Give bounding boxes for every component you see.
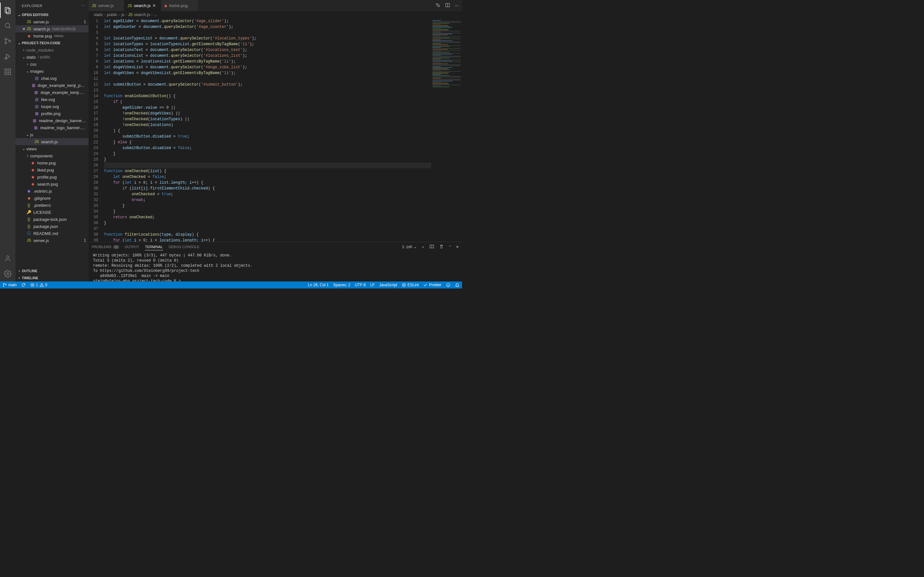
editor-body[interactable]: 1234567891011121314151617181920212223242… — [89, 18, 462, 242]
json-file-icon: {} — [26, 217, 31, 221]
panel-tab-output[interactable]: OUTPUT — [125, 245, 139, 249]
split-terminal-icon[interactable] — [429, 244, 435, 250]
new-terminal-icon[interactable]: ＋ — [421, 245, 425, 250]
search-icon[interactable] — [0, 18, 15, 33]
chevron-icon: › — [25, 62, 30, 66]
status-eol[interactable]: LF — [370, 283, 375, 287]
status-encoding[interactable]: UTF-8 — [355, 283, 366, 287]
activity-bar — [0, 0, 15, 282]
breadcrumbs[interactable]: static› public› js› JS search.js› ... — [89, 11, 462, 18]
tree-item[interactable]: JSserver.js1 — [15, 237, 89, 244]
pug-file-icon: ◆ — [30, 182, 35, 186]
pug-file-icon: ◆ — [30, 168, 35, 172]
settings-gear-icon[interactable] — [0, 266, 15, 282]
outline-header[interactable]: › OUTLINE — [15, 268, 89, 274]
tree-label: doge_example_kenji_profile.... — [37, 83, 86, 88]
status-branch[interactable]: main — [3, 283, 17, 287]
chevron-down-icon: ⌄ — [414, 245, 417, 249]
tab-more-icon[interactable]: ⋯ — [455, 3, 459, 8]
tree-item[interactable]: ◆home.pug — [15, 159, 89, 166]
panel-tab-problems[interactable]: PROBLEMS 1 — [92, 245, 119, 249]
lic-file-icon: 🔑 — [26, 210, 31, 214]
editor-tab[interactable]: JSserver.js✕ — [89, 0, 124, 11]
editor-tabs: JSserver.js✕JSsearch.js✕◆home.pug✕ ⋯ — [89, 0, 462, 11]
explorer-icon[interactable] — [0, 3, 15, 18]
tree-item[interactable]: {}package.json — [15, 223, 89, 230]
status-spaces[interactable]: Spaces: 2 — [333, 283, 351, 287]
tree-label: package-lock.json — [33, 217, 67, 222]
chevron-icon: ⌄ — [21, 55, 26, 59]
tree-label: liked.pug — [37, 168, 54, 172]
terminal-selector[interactable]: 1: zsh ⌄ — [402, 245, 417, 249]
tree-item[interactable]: ◉.eslintrc.js — [15, 187, 89, 195]
project-header[interactable]: ⌄ PROJECT-TECH-CODE — [15, 39, 89, 47]
source-control-icon[interactable] — [0, 33, 15, 49]
tree-item[interactable]: ›components — [15, 152, 89, 159]
open-editor-item[interactable]: JSserver.js1 — [15, 18, 89, 25]
open-editors-header[interactable]: ⌄ OPEN EDITORS — [15, 11, 89, 18]
tree-item[interactable]: ▦readme_logo_banner.png — [15, 124, 89, 131]
split-editor-icon[interactable] — [445, 3, 450, 9]
minimap[interactable] — [431, 18, 462, 242]
open-editor-item[interactable]: ◆home.pugviews — [15, 32, 89, 39]
tree-item[interactable]: ▦doge_example_kenji.png — [15, 89, 89, 96]
status-bell-icon[interactable] — [455, 283, 459, 287]
tree-item[interactable]: {}package-lock.json — [15, 216, 89, 223]
open-editor-item[interactable]: ✕JSsearch.jsstatic/public/js — [15, 25, 89, 32]
tree-item[interactable]: ⌄images — [15, 68, 89, 75]
tree-item[interactable]: ◆.gitignore — [15, 195, 89, 201]
panel-maximize-icon[interactable]: ⌃ — [449, 245, 451, 249]
close-icon[interactable]: ✕ — [152, 3, 158, 8]
tree-label: README.md — [33, 231, 58, 236]
status-problems[interactable]: 1 0 — [30, 283, 47, 287]
tree-item[interactable]: ▧loupe.svg — [15, 103, 89, 110]
tree-item[interactable]: ▧chat.svg — [15, 75, 89, 82]
tree-item[interactable]: ⌄js — [15, 131, 89, 138]
editor-tab[interactable]: ◆home.pug✕ — [161, 0, 198, 11]
tree-item[interactable]: ▦profile.png — [15, 110, 89, 117]
chevron-icon: ⌄ — [21, 147, 26, 151]
editor-tab[interactable]: JSsearch.js✕ — [124, 0, 161, 11]
tree-item[interactable]: 🔑LICENSE — [15, 209, 89, 216]
tree-item[interactable]: ⓘREADME.md — [15, 230, 89, 237]
tree-item[interactable]: ▧like.svg — [15, 96, 89, 103]
tree-item[interactable]: {}.prettierrc — [15, 201, 89, 209]
tree-label: profile.pug — [37, 175, 57, 179]
tree-item[interactable]: ›node_modules — [15, 47, 89, 53]
status-lncol[interactable]: Ln 26, Col 1 — [308, 283, 329, 287]
status-sync[interactable] — [21, 283, 26, 287]
tree-item[interactable]: ⌄static/ public — [15, 53, 89, 61]
tab-label: home.pug — [169, 3, 188, 8]
status-eslint[interactable]: ESLint — [402, 283, 419, 287]
close-icon[interactable]: ✕ — [21, 27, 26, 31]
tree-item[interactable]: ▦readme_design_banner.png — [15, 117, 89, 124]
js-file-icon: JS — [92, 3, 96, 8]
panel-tab-terminal[interactable]: TERMINAL — [145, 245, 163, 250]
terminal-output[interactable]: Writing objects: 100% (3/3), 447 bytes |… — [89, 251, 462, 282]
status-prettier[interactable]: Prettier — [423, 283, 441, 287]
tree-item[interactable]: ◆search.pug — [15, 181, 89, 187]
kill-terminal-icon[interactable] — [439, 244, 444, 250]
tree-item[interactable]: ⌄views — [15, 145, 89, 152]
extensions-icon[interactable] — [0, 64, 15, 79]
tree-item[interactable]: ◆liked.pug — [15, 166, 89, 173]
sidebar-more-icon[interactable]: ⋯ — [81, 3, 85, 8]
svg-point-4 — [5, 39, 7, 40]
tree-label: search.js — [41, 139, 58, 144]
run-debug-icon[interactable] — [0, 49, 15, 64]
chevron-icon: ⌄ — [25, 132, 30, 137]
svg-rect-1 — [6, 9, 10, 14]
chevron-icon: ⌄ — [25, 69, 30, 73]
panel-tab-debug[interactable]: DEBUG CONSOLE — [169, 245, 200, 249]
status-lang[interactable]: JavaScript — [379, 283, 397, 287]
tree-item[interactable]: ◆profile.pug — [15, 173, 89, 181]
accounts-icon[interactable] — [0, 251, 15, 266]
status-feedback-icon[interactable] — [446, 283, 451, 287]
tree-label: readme_logo_banner.png — [40, 125, 86, 130]
compare-changes-icon[interactable] — [435, 3, 441, 9]
tree-item[interactable]: ›css — [15, 61, 89, 68]
tree-item[interactable]: ▦doge_example_kenji_profile.... — [15, 82, 89, 89]
panel-close-icon[interactable]: ✕ — [456, 245, 459, 249]
tree-item[interactable]: JSsearch.js — [15, 138, 89, 145]
timeline-header[interactable]: › TIMELINE — [15, 274, 89, 282]
